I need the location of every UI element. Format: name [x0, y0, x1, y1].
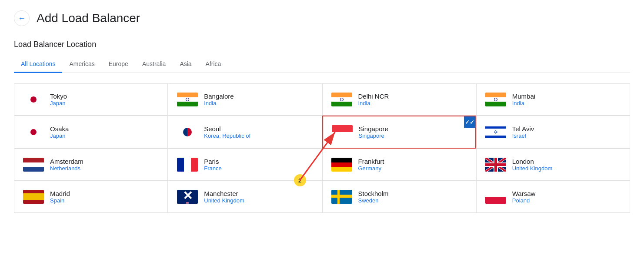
location-country-madrid: Spain — [50, 197, 70, 204]
location-osaka[interactable]: Osaka Japan — [14, 116, 168, 149]
location-name-mumbai: Mumbai — [512, 93, 535, 100]
flag-netherlands — [23, 158, 44, 172]
location-country-bangalore: India — [204, 100, 234, 106]
flag-uk-manchester — [177, 190, 198, 204]
location-name-madrid: Madrid — [50, 190, 70, 197]
locations-grid: Tokyo Japan Bangalore India Delhi NCR — [14, 83, 630, 213]
location-warsaw[interactable]: Warsaw Poland — [476, 181, 630, 213]
location-name-bangalore: Bangalore — [204, 93, 234, 100]
location-name-warsaw: Warsaw — [512, 190, 536, 197]
location-frankfurt[interactable]: Frankfurt Germany — [322, 149, 476, 181]
flag-japan-osaka — [23, 125, 44, 139]
location-name-singapore: Singapore — [359, 125, 388, 133]
tab-europe[interactable]: Europe — [102, 56, 135, 73]
location-country-stockholm: Sweden — [358, 197, 389, 204]
location-name-amsterdam: Amsterdam — [50, 158, 83, 165]
location-name-frankfurt: Frankfurt — [358, 158, 384, 165]
location-country-delhi: India — [358, 100, 389, 106]
location-paris[interactable]: Paris France 2 — [168, 149, 322, 181]
location-name-stockholm: Stockholm — [358, 190, 389, 197]
flag-korea — [177, 125, 198, 139]
location-name-delhi: Delhi NCR — [358, 93, 389, 100]
location-singapore[interactable]: Singapore Singapore ✓ — [322, 116, 476, 149]
location-name-manchester: Manchester — [204, 190, 244, 197]
location-tokyo[interactable]: Tokyo Japan — [14, 83, 168, 116]
tabs-container: All Locations Americas Europe Australia … — [14, 56, 630, 73]
location-country-tel-aviv: Israel — [512, 133, 534, 139]
flag-india-delhi — [331, 93, 352, 106]
location-amsterdam[interactable]: Amsterdam Netherlands — [14, 149, 168, 181]
location-name-osaka: Osaka — [50, 125, 69, 133]
location-country-manchester: United Kingdom — [204, 197, 244, 204]
flag-singapore — [332, 125, 353, 139]
tab-africa[interactable]: Africa — [199, 56, 228, 73]
back-icon: ← — [18, 14, 26, 23]
location-name-seoul: Seoul — [204, 125, 250, 133]
tab-americas[interactable]: Americas — [62, 56, 101, 73]
flag-uk-london — [485, 158, 506, 172]
location-mumbai[interactable]: Mumbai India — [476, 83, 630, 116]
flag-india-bangalore — [177, 93, 198, 106]
tab-asia[interactable]: Asia — [173, 56, 198, 73]
location-name-tel-aviv: Tel Aviv — [512, 125, 534, 133]
location-country-amsterdam: Netherlands — [50, 165, 83, 172]
tab-australia[interactable]: Australia — [135, 56, 173, 73]
tab-all-locations[interactable]: All Locations — [14, 56, 62, 73]
page-title: Add Load Balancer — [37, 11, 140, 25]
location-country-seoul: Korea, Republic of — [204, 133, 250, 139]
flag-sweden — [331, 190, 352, 204]
location-bangalore[interactable]: Bangalore India — [168, 83, 322, 116]
location-stockholm[interactable]: Stockholm Sweden — [322, 181, 476, 213]
location-country-singapore: Singapore — [359, 133, 388, 139]
flag-israel: ✡ — [485, 125, 506, 139]
location-name-tokyo: Tokyo — [50, 93, 67, 100]
selected-checkmark: ✓ — [464, 116, 475, 128]
flag-germany — [331, 158, 352, 172]
flag-spain — [23, 190, 44, 204]
location-seoul[interactable]: Seoul Korea, Republic of — [168, 116, 322, 149]
location-country-warsaw: Poland — [512, 197, 536, 204]
flag-poland — [485, 190, 506, 204]
location-name-london: London — [512, 158, 553, 165]
location-madrid[interactable]: Madrid Spain — [14, 181, 168, 213]
back-button[interactable]: ← — [14, 10, 30, 26]
location-tel-aviv[interactable]: ✡ Tel Aviv Israel — [476, 116, 630, 149]
location-country-london: United Kingdom — [512, 165, 553, 172]
location-country-tokyo: Japan — [50, 100, 67, 106]
section-title: Load Balancer Location — [14, 40, 630, 49]
flag-france — [177, 158, 198, 172]
location-country-frankfurt: Germany — [358, 165, 384, 172]
location-delhi[interactable]: Delhi NCR India — [322, 83, 476, 116]
location-country-osaka: Japan — [50, 133, 69, 139]
flag-japan — [23, 93, 44, 106]
step-badge-2: 2 — [294, 174, 306, 186]
location-country-mumbai: India — [512, 100, 535, 106]
location-name-paris: Paris — [204, 158, 221, 165]
location-country-paris: France — [204, 165, 221, 172]
location-london[interactable]: London United Kingdom — [476, 149, 630, 181]
flag-india-mumbai — [485, 93, 506, 106]
